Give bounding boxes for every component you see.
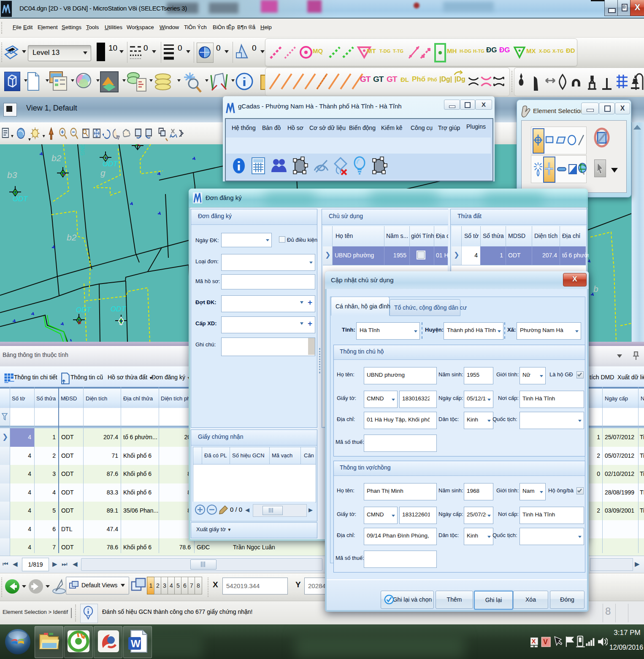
svg-text:ODT: ODT	[111, 305, 127, 313]
svg-text:X: X	[532, 637, 536, 645]
svg-text:ODT: ODT	[76, 306, 92, 314]
svg-text:W: W	[131, 638, 141, 649]
svg-text:b3: b3	[7, 170, 17, 180]
svg-text:V: V	[543, 638, 548, 645]
svg-text:b2: b2	[67, 232, 77, 242]
svg-text:b: b	[593, 284, 598, 294]
svg-text:b2: b2	[51, 153, 62, 163]
svg-text:g: g	[100, 168, 106, 178]
svg-text:GNG: GNG	[79, 144, 86, 156]
